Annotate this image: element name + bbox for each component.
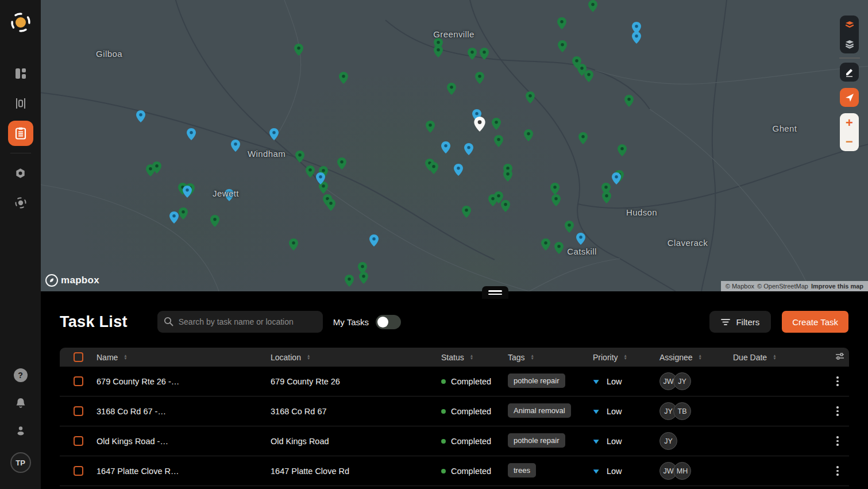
task-pin-green[interactable] xyxy=(305,165,315,180)
task-pin-blue[interactable] xyxy=(576,232,586,248)
task-pin-green[interactable] xyxy=(295,150,305,165)
task-pin-green[interactable] xyxy=(433,45,443,60)
priority-chevron-icon[interactable]: ▼ xyxy=(592,437,601,445)
sort-icon-name[interactable]: ▲▼ xyxy=(124,355,127,359)
task-name[interactable]: 679 County Rte 26 -… xyxy=(97,377,271,386)
sort-icon-priority[interactable]: ▲▼ xyxy=(624,355,627,359)
draw-pencil-button[interactable] xyxy=(840,63,859,82)
task-pin-blue[interactable] xyxy=(169,211,179,226)
sidebar-item-locate[interactable] xyxy=(8,190,33,215)
task-pin-green[interactable] xyxy=(601,191,612,206)
column-settings-button[interactable] xyxy=(835,352,844,362)
task-pin-blue[interactable] xyxy=(230,139,241,155)
task-pin-green[interactable] xyxy=(425,120,435,136)
priority-chevron-icon[interactable]: ▼ xyxy=(592,467,601,475)
task-pin-green[interactable] xyxy=(479,47,489,63)
task-pin-green[interactable] xyxy=(541,238,551,253)
task-pin-blue[interactable] xyxy=(453,163,464,179)
notifications-bell-button[interactable] xyxy=(14,397,27,410)
task-pin-green[interactable] xyxy=(557,17,567,32)
task-pin-blue[interactable] xyxy=(369,234,379,249)
task-pin-green[interactable] xyxy=(588,0,598,15)
sidebar-item-assets[interactable] xyxy=(8,160,33,186)
task-pin-green[interactable] xyxy=(326,198,336,214)
task-pin-blue[interactable] xyxy=(269,128,279,143)
select-all-checkbox[interactable] xyxy=(74,352,83,362)
row-menu-button[interactable] xyxy=(831,434,844,448)
mapbox-logo[interactable]: mapbox xyxy=(45,274,99,287)
layers-icon[interactable] xyxy=(840,34,859,53)
task-pin-green[interactable] xyxy=(152,161,162,176)
profile-button[interactable] xyxy=(14,425,27,437)
task-pin-green[interactable] xyxy=(491,117,501,133)
help-button[interactable]: ? xyxy=(14,368,28,382)
task-pin-blue[interactable] xyxy=(182,185,192,201)
task-pin-blue[interactable] xyxy=(631,31,642,47)
panel-drag-handle[interactable] xyxy=(482,286,508,299)
task-pin-green[interactable] xyxy=(210,214,220,230)
task-pin-green[interactable] xyxy=(578,132,588,147)
sort-icon-assignee[interactable]: ▲▼ xyxy=(699,355,702,359)
sort-icon-status[interactable]: ▲▼ xyxy=(470,355,473,359)
navigate-send-button[interactable] xyxy=(840,88,859,107)
task-pin-green[interactable] xyxy=(557,40,568,55)
brand-logo-icon[interactable] xyxy=(10,11,32,36)
task-pin-green[interactable] xyxy=(523,129,534,144)
task-pin-green[interactable] xyxy=(337,157,347,172)
task-pin-blue[interactable] xyxy=(315,172,326,187)
attribution-osm-link[interactable]: © OpenStreetMap xyxy=(757,283,808,290)
task-pin-green[interactable] xyxy=(178,207,188,222)
task-pin-green[interactable] xyxy=(294,43,304,59)
task-name[interactable]: Old Kings Road -… xyxy=(97,437,271,446)
task-pin-green[interactable] xyxy=(446,82,457,98)
task-pin-green[interactable] xyxy=(500,199,511,215)
sidebar-item-tasks[interactable] xyxy=(8,121,33,146)
task-pin-green[interactable] xyxy=(467,47,477,63)
task-pin-green[interactable] xyxy=(624,94,634,110)
improve-map-link[interactable]: Improve this map xyxy=(811,283,863,290)
sidebar-item-dashboard[interactable] xyxy=(8,61,33,86)
task-pin-green[interactable] xyxy=(564,220,574,236)
task-pin-blue[interactable] xyxy=(441,141,451,156)
task-pin-green[interactable] xyxy=(551,194,561,209)
filters-button[interactable]: Filters xyxy=(709,311,771,333)
task-pin-blue[interactable] xyxy=(186,128,196,143)
zoom-in-button[interactable]: + xyxy=(840,113,859,132)
row-menu-button[interactable] xyxy=(831,405,844,418)
row-checkbox[interactable] xyxy=(74,376,83,386)
task-pin-green[interactable] xyxy=(493,134,504,150)
sort-icon-due-date[interactable]: ▲▼ xyxy=(773,355,776,359)
table-row[interactable]: 3168 Co Rd 67 -… 3168 Co Rd 67 Completed… xyxy=(60,396,849,426)
task-pin-blue[interactable] xyxy=(464,143,474,158)
task-pin-green[interactable] xyxy=(461,205,472,221)
sidebar-item-segments[interactable] xyxy=(8,91,33,116)
task-pin-green[interactable] xyxy=(344,274,354,290)
task-pin-blue[interactable] xyxy=(611,172,622,187)
task-pin-green[interactable] xyxy=(288,238,299,253)
row-menu-button[interactable] xyxy=(831,464,844,478)
my-tasks-toggle[interactable] xyxy=(376,315,401,329)
table-row[interactable]: 1647 Platte Clove R… 1647 Platte Clove R… xyxy=(60,456,849,486)
table-row[interactable]: Old Kings Road -… Old Kings Road Complet… xyxy=(60,426,849,456)
search-input[interactable] xyxy=(157,311,323,333)
attribution-mapbox-link[interactable]: © Mapbox xyxy=(726,283,754,290)
task-pin-green[interactable] xyxy=(503,169,513,184)
user-avatar[interactable]: TP xyxy=(10,452,31,473)
map-canvas[interactable]: GilboaGreenvilleWindhamJewettGhentHudson… xyxy=(41,0,868,291)
task-pin-green[interactable] xyxy=(474,71,485,87)
basemap-style-icon[interactable] xyxy=(840,16,859,34)
row-checkbox[interactable] xyxy=(74,406,83,416)
task-pin-green[interactable] xyxy=(525,91,535,106)
task-pin-green[interactable] xyxy=(617,144,627,159)
task-pin-blue[interactable] xyxy=(136,110,146,125)
zoom-out-button[interactable]: − xyxy=(840,132,859,151)
row-checkbox[interactable] xyxy=(74,466,83,476)
task-pin-green[interactable] xyxy=(338,71,349,87)
task-pin-green[interactable] xyxy=(429,161,439,177)
priority-chevron-icon[interactable]: ▼ xyxy=(592,407,601,415)
task-pin-green[interactable] xyxy=(554,241,564,257)
task-name[interactable]: 1647 Platte Clove R… xyxy=(97,467,271,476)
sort-icon-tags[interactable]: ▲▼ xyxy=(531,355,534,359)
sort-icon-location[interactable]: ▲▼ xyxy=(307,355,310,359)
selected-task-pin[interactable] xyxy=(473,116,486,134)
